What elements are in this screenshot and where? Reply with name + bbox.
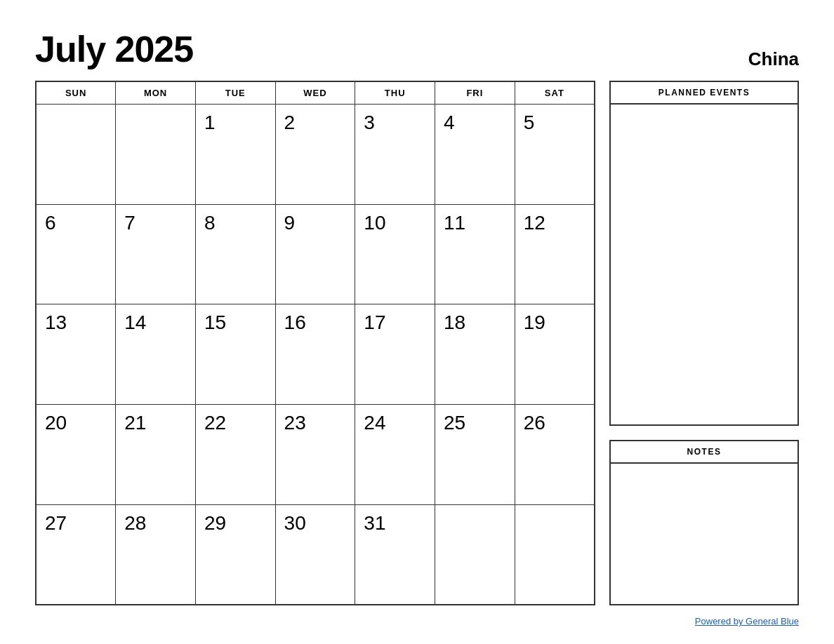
calendar-cell: 26: [515, 405, 595, 505]
calendar-row: 20212223242526: [36, 405, 595, 505]
calendar-cell: 1: [195, 105, 275, 205]
calendar-row: 12345: [36, 105, 595, 205]
col-mon: MON: [116, 81, 196, 105]
calendar-cell: [435, 504, 515, 605]
calendar-section: SUN MON TUE WED THU FRI SAT 123456789101…: [35, 81, 595, 605]
calendar-row: 2728293031: [36, 504, 595, 605]
calendar-cell: 13: [36, 304, 116, 405]
page-title: July 2025: [35, 28, 193, 70]
calendar-cell: 29: [195, 504, 275, 605]
col-fri: FRI: [435, 81, 515, 105]
calendar-cell: 28: [116, 504, 196, 605]
calendar-cell: 2: [275, 105, 355, 205]
sidebar: PLANNED EVENTS NOTES: [609, 81, 799, 605]
calendar-cell: 22: [195, 405, 275, 505]
calendar-cell: 30: [275, 504, 355, 605]
calendar-cell: 27: [36, 504, 116, 605]
powered-by-link[interactable]: Powered by General Blue: [695, 616, 799, 626]
calendar-row: 13141516171819: [36, 304, 595, 405]
calendar-cell: 7: [116, 204, 196, 304]
calendar-cell: 3: [355, 105, 435, 205]
calendar-cell: 24: [355, 405, 435, 505]
calendar-table: SUN MON TUE WED THU FRI SAT 123456789101…: [35, 81, 595, 605]
col-sat: SAT: [515, 81, 595, 105]
calendar-cell: [515, 504, 595, 605]
calendar-cell: 21: [116, 405, 196, 505]
planned-events-box: PLANNED EVENTS: [609, 81, 799, 426]
calendar-cell: 4: [435, 105, 515, 205]
calendar-cell: 12: [515, 204, 595, 304]
calendar-cell: 31: [355, 504, 435, 605]
calendar-cell: 23: [275, 405, 355, 505]
header: July 2025 China: [35, 28, 799, 70]
calendar-cell: 25: [435, 405, 515, 505]
calendar-cell: 11: [435, 204, 515, 304]
calendar-row: 6789101112: [36, 204, 595, 304]
calendar-page: July 2025 China SUN MON TUE WED THU FRI …: [0, 0, 834, 644]
col-tue: TUE: [195, 81, 275, 105]
calendar-cell: 16: [275, 304, 355, 405]
main-layout: SUN MON TUE WED THU FRI SAT 123456789101…: [35, 81, 799, 605]
notes-content: [611, 464, 797, 604]
col-thu: THU: [355, 81, 435, 105]
col-wed: WED: [275, 81, 355, 105]
notes-title: NOTES: [611, 441, 797, 464]
calendar-cell: 14: [116, 304, 196, 405]
calendar-cell: 17: [355, 304, 435, 405]
calendar-cell: 8: [195, 204, 275, 304]
calendar-cell: 20: [36, 405, 116, 505]
calendar-cell: 5: [515, 105, 595, 205]
calendar-cell: 10: [355, 204, 435, 304]
planned-events-content: [611, 105, 797, 424]
calendar-cell: 18: [435, 304, 515, 405]
calendar-cell: 15: [195, 304, 275, 405]
calendar-cell: 9: [275, 204, 355, 304]
col-sun: SUN: [36, 81, 116, 105]
notes-box: NOTES: [609, 440, 799, 605]
calendar-cell: 19: [515, 304, 595, 405]
planned-events-title: PLANNED EVENTS: [611, 82, 797, 105]
country-label: China: [748, 48, 799, 70]
calendar-cell: 6: [36, 204, 116, 304]
calendar-cell: [116, 105, 196, 205]
calendar-header-row: SUN MON TUE WED THU FRI SAT: [36, 81, 595, 105]
calendar-cell: [36, 105, 116, 205]
footer: Powered by General Blue: [695, 616, 799, 626]
